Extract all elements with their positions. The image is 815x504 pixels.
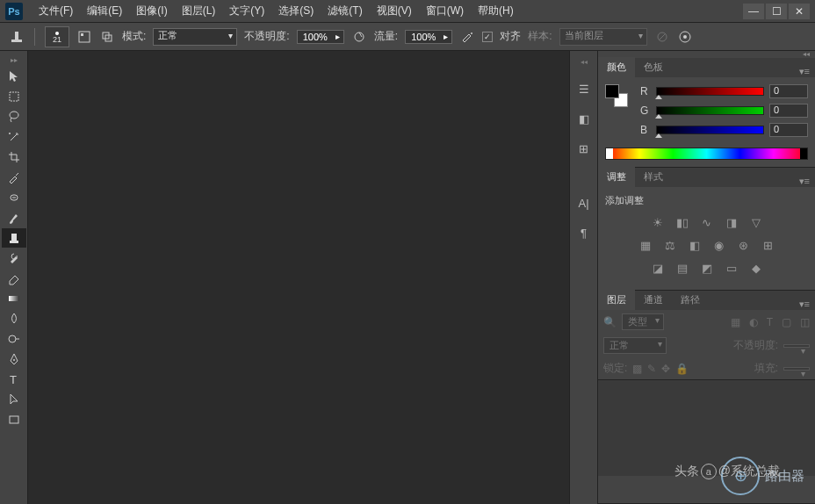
invert-icon[interactable]: ◪ [650, 260, 666, 276]
color-spectrum[interactable] [605, 148, 808, 160]
tab-paths[interactable]: 路径 [672, 290, 709, 310]
gradient-tool[interactable] [2, 289, 26, 308]
menu-image[interactable]: 图像(I) [129, 0, 174, 22]
brush-preview[interactable]: 21 [45, 26, 69, 47]
lock-transparent-icon[interactable]: ▩ [632, 363, 642, 375]
color-balance-icon[interactable]: ⚖ [662, 237, 678, 253]
menu-layer[interactable]: 图层(L) [175, 0, 223, 22]
tab-styles[interactable]: 样式 [635, 167, 672, 187]
properties-panel-icon[interactable]: ◧ [573, 108, 595, 129]
history-panel-icon[interactable]: ☰ [573, 78, 595, 99]
vibrance-icon[interactable]: ▽ [748, 214, 764, 230]
type-tool[interactable]: T [2, 370, 26, 389]
selective-color-icon[interactable]: ◆ [748, 260, 764, 276]
paragraph-panel-icon[interactable]: ¶ [573, 222, 595, 243]
levels-icon[interactable]: ▮▯ [674, 214, 690, 230]
channel-mixer-icon[interactable]: ⊛ [736, 237, 752, 253]
sample-select[interactable]: 当前图层 [559, 28, 647, 46]
dodge-tool[interactable] [2, 329, 26, 349]
move-tool[interactable] [2, 67, 26, 86]
pen-tool[interactable] [2, 349, 26, 369]
filter-kind-select[interactable]: 类型 [622, 313, 664, 330]
panel-menu-icon[interactable]: ▾≡ [794, 66, 815, 77]
align-checkbox[interactable]: ✓ [482, 32, 493, 42]
character-panel-icon[interactable]: A| [573, 192, 595, 213]
foreground-color[interactable] [605, 84, 619, 98]
filter-search-icon[interactable]: 🔍 [603, 316, 617, 328]
panel-menu-icon[interactable]: ▾≡ [794, 299, 815, 310]
tab-layers[interactable]: 图层 [598, 290, 635, 310]
pressure-opacity-icon[interactable] [351, 29, 367, 45]
lasso-tool[interactable] [2, 107, 26, 126]
tab-adjustments[interactable]: 调整 [598, 167, 635, 187]
tab-swatches[interactable]: 色板 [635, 57, 672, 77]
posterize-icon[interactable]: ▤ [674, 260, 690, 276]
bw-icon[interactable]: ◧ [687, 237, 703, 253]
menu-window[interactable]: 窗口(W) [419, 0, 471, 22]
layer-opacity-input[interactable] [783, 344, 810, 348]
lock-paint-icon[interactable]: ✎ [647, 363, 656, 375]
curves-icon[interactable]: ∿ [699, 214, 715, 230]
tab-color[interactable]: 颜色 [598, 57, 635, 77]
menu-edit[interactable]: 编辑(E) [80, 0, 129, 22]
eyedropper-tool[interactable] [2, 168, 26, 187]
marquee-tool[interactable] [2, 87, 26, 106]
b-input[interactable]: 0 [769, 123, 808, 137]
airbrush-icon[interactable] [459, 29, 475, 45]
g-input[interactable]: 0 [769, 104, 808, 118]
tab-channels[interactable]: 通道 [635, 290, 672, 310]
clone-stamp-tool[interactable] [2, 228, 26, 248]
filter-pixel-icon[interactable]: ▦ [731, 316, 740, 328]
crop-tool[interactable] [2, 148, 26, 167]
rectangle-tool[interactable] [2, 410, 26, 429]
opacity-input[interactable]: 100% [297, 30, 344, 44]
brightness-icon[interactable]: ☀ [650, 214, 666, 230]
maximize-button[interactable]: ☐ [766, 4, 787, 19]
lock-all-icon[interactable]: 🔒 [675, 363, 689, 375]
flow-input[interactable]: 100% [405, 30, 452, 44]
menu-filter[interactable]: 滤镜(T) [321, 0, 369, 22]
r-slider[interactable] [656, 87, 764, 96]
menu-type[interactable]: 文字(Y) [222, 0, 271, 22]
document-canvas[interactable] [28, 51, 569, 504]
exposure-icon[interactable]: ◨ [724, 214, 739, 230]
threshold-icon[interactable]: ◩ [699, 260, 715, 276]
eraser-tool[interactable] [2, 269, 26, 288]
blend-mode-select[interactable]: 正常 [153, 28, 237, 46]
dock-grip[interactable]: ◂◂ [581, 58, 588, 66]
menu-help[interactable]: 帮助(H) [471, 0, 521, 22]
panel-menu-icon[interactable]: ▾≡ [794, 176, 815, 187]
menu-view[interactable]: 视图(V) [370, 0, 419, 22]
path-select-tool[interactable] [2, 390, 26, 409]
brush-panel-icon[interactable] [76, 29, 92, 45]
healing-brush-tool[interactable] [2, 188, 26, 207]
menu-file[interactable]: 文件(F) [32, 0, 80, 22]
clone-source-icon[interactable] [99, 29, 115, 45]
ignore-adjustment-icon[interactable] [654, 29, 670, 45]
lock-position-icon[interactable]: ✥ [661, 363, 670, 375]
info-panel-icon[interactable]: ⊞ [573, 138, 595, 159]
fg-bg-swatch[interactable] [605, 84, 628, 107]
g-slider[interactable] [656, 106, 764, 115]
blur-tool[interactable] [2, 309, 26, 328]
filter-adjust-icon[interactable]: ◐ [749, 316, 758, 328]
history-brush-tool[interactable] [2, 248, 26, 268]
filter-type-icon[interactable]: T [767, 316, 773, 328]
gradient-map-icon[interactable]: ▭ [724, 260, 739, 276]
r-input[interactable]: 0 [769, 84, 808, 98]
photo-filter-icon[interactable]: ◉ [711, 237, 727, 253]
color-lookup-icon[interactable]: ⊞ [761, 237, 776, 253]
menu-select[interactable]: 选择(S) [271, 0, 321, 22]
filter-shape-icon[interactable]: ▢ [782, 316, 791, 328]
layer-blend-select[interactable]: 正常 [603, 337, 667, 354]
hue-sat-icon[interactable]: ▦ [638, 237, 653, 253]
brush-tool[interactable] [2, 208, 26, 227]
pressure-size-icon[interactable] [677, 29, 693, 45]
b-slider[interactable] [656, 126, 764, 134]
layer-fill-input[interactable] [783, 367, 810, 371]
toolbox-grip[interactable]: ▸▸ [2, 56, 26, 63]
filter-smart-icon[interactable]: ◫ [800, 316, 810, 328]
tool-preset-icon[interactable] [9, 29, 25, 45]
magic-wand-tool[interactable] [2, 127, 26, 147]
minimize-button[interactable]: — [743, 4, 764, 19]
